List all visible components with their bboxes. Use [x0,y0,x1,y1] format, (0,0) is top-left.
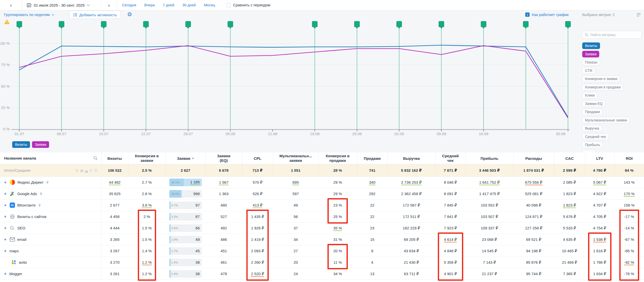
metric-chip[interactable]: Конверсия в продажи [582,84,623,90]
column-header-roi[interactable]: ROI [614,152,644,164]
activity-marker-flag[interactable] [17,21,22,27]
cell-value: 44 482 [109,180,121,185]
metric-chip[interactable]: Мультиканальные заявки [582,117,630,123]
next-period-button[interactable]: › [101,0,117,10]
legend-chip[interactable]: Заявки [32,141,49,148]
column-header-profit[interactable]: Прибыль [466,152,513,164]
date-range-picker[interactable]: 01 июля 2025 - 30 сент. 2025 [22,0,101,10]
column-header-cac[interactable]: CAC [554,152,585,164]
column-header-sales[interactable]: Продажи [357,152,387,164]
metric-chip[interactable]: Прибыль [582,142,603,148]
cell-roi: -92 % [614,257,644,268]
calls-icon[interactable]: ✆ [89,168,93,173]
cell-visits: 3 265 [101,234,128,245]
channel-name-cell: +SEO [0,225,101,231]
metric-chip[interactable]: Показы [582,59,600,66]
channel-name[interactable]: ВКонтакте [17,203,36,207]
activity-marker-flag[interactable] [228,21,233,27]
quick-range-link[interactable]: 30 дней [182,3,196,7]
group-by-dropdown[interactable]: Группировать по неделям [4,12,54,17]
channel-name[interactable]: email [17,237,26,242]
column-header-leads[interactable]: Заявки [166,152,205,164]
prev-period-button[interactable]: ‹ [0,0,22,10]
activity-marker-flag[interactable] [143,21,149,27]
expand-plus-button[interactable]: + [4,214,7,219]
column-header-name[interactable]: Название канала [0,152,101,164]
legend-chip[interactable]: Визиты [12,141,30,148]
column-header-ltv[interactable]: LTV [585,152,614,164]
column-header-conv_leads[interactable]: Конверсия в заявки [128,152,166,164]
vk-icon: VK [9,202,15,208]
cell-value: 340 [369,180,375,185]
activity-marker-flag[interactable] [396,21,402,27]
cell-roi: -17 % [614,211,644,222]
expand-plus-button[interactable]: + [4,180,7,185]
columns-icon[interactable]: ▦ [80,168,83,173]
activity-marker-flag[interactable] [312,21,318,27]
channel-name[interactable]: avito [19,260,27,264]
activity-marker-flag[interactable] [101,21,107,27]
column-header-expenses[interactable]: Расходы [513,152,554,164]
cell-value: 4 754 ₽ [593,226,606,230]
how-chart-works-link[interactable]: i Как работает график [525,12,568,17]
metric-chip[interactable]: Конверсия в заявки [582,75,620,82]
cell-avg_check: 7 841 ₽ [435,211,466,222]
column-header-conv_sales[interactable]: Конверсия в продажи [318,152,357,164]
add-activity-button[interactable]: Добавить активность [69,11,121,19]
leads-share-bar: 45.1%1 185 [169,179,202,186]
column-header-label: ROI [626,156,633,161]
metric-search-input[interactable] [590,33,636,37]
gear-icon[interactable]: ⚙ [127,11,132,18]
compare-period-checkbox[interactable] [226,3,231,7]
channel-name[interactable]: blogger [9,272,22,276]
column-header-leads_eq[interactable]: Заявки (EQ) [205,152,242,164]
channel-name[interactable]: maps [9,249,19,253]
expand-plus-button[interactable]: + [4,192,7,196]
column-header-cpl[interactable]: CPL [242,152,273,164]
expand-plus-button[interactable]: + [4,272,7,276]
activity-marker-flag[interactable] [185,21,191,27]
cell-leads_eq: 478 [205,268,242,279]
quick-range-link[interactable]: Месяц [204,3,215,7]
sort-icon[interactable]: ⇅ [75,168,78,173]
table-row: +SEO4 4441.5 %2.5%664921 928 ₽3735 %2318… [0,222,644,234]
quick-range-link[interactable]: Вчера [144,3,155,7]
cell-conv_sales: 29 % [318,177,357,188]
column-header-revenue[interactable]: Выручка [387,152,435,164]
expand-plus-button[interactable]: + [4,226,7,230]
activity-marker-flag[interactable] [439,21,444,27]
metric-chip[interactable]: Заявки [582,51,599,57]
expand-plus-button[interactable]: + [4,237,7,242]
column-header-visits[interactable]: Визиты [101,152,128,164]
channel-name[interactable]: Google Ads [17,192,37,196]
metrics-list-icon[interactable] [636,12,641,17]
metric-chip[interactable]: Клики [582,92,597,99]
activity-marker-flag[interactable] [523,21,529,27]
chart-icon[interactable]: ▄ [85,168,88,173]
activity-marker-flag[interactable] [565,21,571,27]
activity-marker-flag[interactable] [354,21,360,27]
quick-range-link[interactable]: 7 дней [163,3,174,7]
quick-range-link[interactable]: Сегодня [122,3,136,7]
expand-plus-button[interactable]: + [4,249,7,253]
channel-name[interactable]: Визиты с сайтов [17,214,46,219]
warning-icon[interactable]: ! [4,19,10,24]
metric-chip[interactable]: Продажи [582,108,603,115]
activity-marker-flag[interactable] [481,21,486,27]
expand-plus-button[interactable]: + [4,203,7,208]
metric-chip[interactable]: Средний чек [582,133,609,140]
column-header-avg_check[interactable]: Средний чек [435,152,466,164]
channel-name[interactable]: SEO [17,226,25,230]
column-header-label: LTV [596,156,603,161]
cell-profit: 7 143 ₽ [466,257,513,268]
cell-visits: 44 482 [101,177,128,188]
activity-marker-flag[interactable] [59,21,64,27]
list-icon[interactable]: ☰ [94,168,98,173]
metric-chip[interactable]: Визиты [582,42,600,49]
metric-chip[interactable]: Выручка [582,125,602,132]
search-icon[interactable] [93,156,98,160]
metric-chip[interactable]: CTR [582,67,595,74]
channel-name[interactable]: Яндекс.Директ [17,180,43,184]
metric-chip[interactable]: Заявки EQ [582,100,605,107]
column-header-multi[interactable]: Мультиканальн... заявки [273,152,318,164]
